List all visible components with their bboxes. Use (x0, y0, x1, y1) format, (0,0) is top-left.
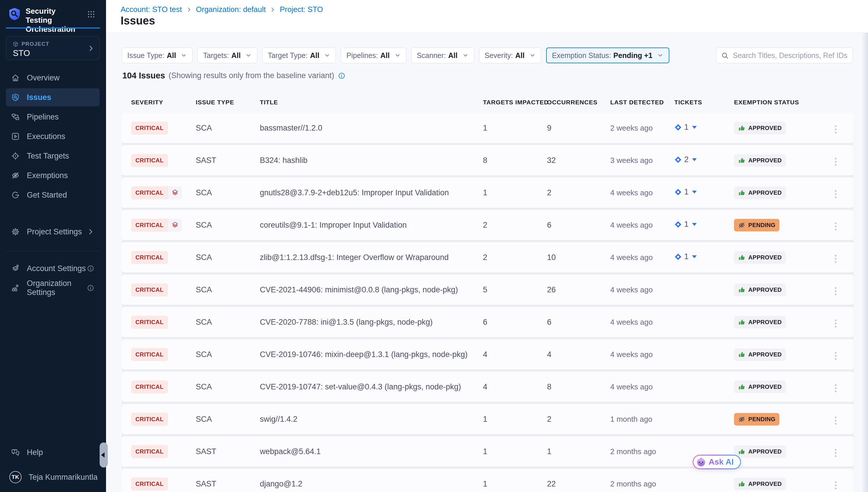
issue-row[interactable]: CRITICAL SCA CVE-2019-10747: set-value@0… (122, 372, 853, 402)
severity-badge: CRITICAL (131, 283, 168, 296)
sidebar-item-test-targets[interactable]: Test Targets (6, 147, 100, 165)
row-actions-cell (832, 347, 853, 362)
tickets-cell: 1 (674, 252, 734, 263)
row-menu-kebab[interactable] (832, 220, 839, 233)
issue-title[interactable]: zlib@1:1.2.13.dfsg-1: Integer Overflow o… (260, 253, 483, 262)
info-icon[interactable] (87, 265, 95, 272)
severity-badge: CRITICAL (131, 186, 182, 199)
targets-impacted-cell: 4 (483, 383, 547, 391)
issue-row[interactable]: CRITICAL SCA gnutls28@3.7.9-2+deb12u5: I… (122, 177, 853, 208)
issue-title[interactable]: coreutils@9.1-1: Improper Input Validati… (260, 221, 483, 230)
severity-cell: CRITICAL (131, 251, 196, 264)
ask-ai-button[interactable]: Ask AI (693, 455, 741, 469)
issue-row[interactable]: CRITICAL SCA zlib@1:1.2.13.dfsg-1: Integ… (122, 242, 853, 272)
targets-impacted-cell: 5 (483, 285, 547, 294)
severity-cell: CRITICAL (131, 380, 196, 393)
filter-issue-type-[interactable]: Issue Type: All (122, 48, 192, 63)
filter-pipelines-[interactable]: Pipelines: All (341, 48, 406, 63)
filter-severity-[interactable]: Severity: All (479, 48, 541, 63)
issue-title[interactable]: CVE-2019-10747: set-value@0.4.3 (lang-pk… (260, 383, 483, 391)
row-menu-kebab[interactable] (832, 123, 839, 136)
issue-title[interactable]: bassmaster//1.2.0 (260, 124, 483, 132)
ticket-caret-icon (692, 126, 697, 129)
row-menu-kebab[interactable] (832, 446, 839, 459)
filter-exemption-status-[interactable]: Exemption Status: Pending +1 (546, 48, 669, 63)
issue-row[interactable]: CRITICAL SAST B324: hashlib 8 32 3 weeks… (122, 145, 853, 175)
issue-row[interactable]: CRITICAL SCA CVE-2019-10746: mixin-deep@… (122, 339, 853, 370)
sidebar-item-get-started[interactable]: Get Started (6, 186, 100, 204)
issue-title[interactable]: B324: hashlib (260, 156, 483, 165)
sidebar-item-executions[interactable]: Executions (6, 127, 100, 145)
row-menu-kebab[interactable] (832, 155, 839, 168)
row-menu-kebab[interactable] (832, 285, 839, 298)
issues-count-note: (Showing results only from the baseline … (169, 71, 334, 80)
project-selector[interactable]: PROJECT STO (6, 36, 100, 60)
sidebar-item-exemptions[interactable]: Exemptions (6, 167, 100, 184)
column-header-exemption-status: EXEMPTION STATUS (734, 99, 832, 106)
chevron-down-icon (529, 52, 536, 58)
row-menu-kebab[interactable] (832, 414, 839, 427)
module-grid-icon[interactable] (87, 10, 96, 19)
row-menu-kebab[interactable] (832, 479, 839, 492)
filter-targets-[interactable]: Targets: All (198, 48, 257, 63)
ticket-link[interactable]: 1 (674, 252, 697, 261)
sidebar-item-project-settings[interactable]: Project Settings (6, 223, 100, 241)
ticket-link[interactable]: 2 (674, 155, 697, 164)
breadcrumb-account[interactable]: Account: STO test (121, 5, 182, 14)
user-menu[interactable]: TK Teja Kummarikuntla (6, 468, 100, 486)
ticket-link[interactable]: 1 (674, 188, 697, 196)
breadcrumb-organization[interactable]: Organization: default (196, 5, 266, 14)
issue-row[interactable]: CRITICAL SCA swig//1.4.2 1 2 1 month ago… (122, 404, 853, 434)
issue-title[interactable]: CVE-2019-10746: mixin-deep@1.3.1 (lang-p… (260, 350, 483, 359)
row-menu-kebab[interactable] (832, 382, 839, 395)
issue-row[interactable]: CRITICAL SAST django@1.2 1 22 2 months a… (122, 469, 853, 492)
filter-target-type-[interactable]: Target Type: All (262, 48, 336, 63)
issue-title[interactable]: CVE-2020-7788: ini@1.3.5 (lang-pkgs, nod… (260, 318, 483, 327)
sidebar-item-issues[interactable]: Issues (6, 88, 100, 106)
issue-type-cell: SCA (196, 318, 260, 327)
sidebar-item-help[interactable]: Help (6, 443, 100, 461)
issues-list: CRITICAL SCA bassmaster//1.2.0 1 9 2 wee… (122, 113, 853, 492)
filter-scanner-[interactable]: Scanner: All (411, 48, 474, 63)
filters-row: Issue Type: All Targets: All Target Type… (122, 48, 669, 63)
issue-title[interactable]: gnutls28@3.7.9-2+deb12u5: Improper Input… (260, 188, 483, 197)
row-menu-kebab[interactable] (832, 252, 839, 265)
avatar: TK (9, 471, 22, 483)
issue-title[interactable]: CVE-2021-44906: minimist@0.0.8 (lang-pkg… (260, 285, 483, 294)
issue-title[interactable]: swig//1.4.2 (260, 415, 483, 424)
exemption-status-badge: PENDING (734, 413, 780, 425)
exemption-status-cell: PENDING (734, 413, 832, 425)
row-menu-kebab[interactable] (832, 349, 839, 362)
severity-badge: CRITICAL (131, 219, 182, 232)
jira-ticket-icon (674, 253, 682, 261)
info-icon[interactable] (87, 284, 95, 292)
severity-cell: CRITICAL (131, 219, 196, 232)
issue-title[interactable]: webpack@5.64.1 (260, 447, 483, 456)
ticket-link[interactable]: 1 (674, 220, 697, 229)
targets-impacted-cell: 4 (483, 350, 547, 359)
collapse-arrow-icon (101, 452, 105, 458)
ticket-caret-icon (692, 223, 697, 226)
info-icon[interactable] (338, 72, 345, 79)
row-menu-kebab[interactable] (832, 317, 839, 330)
issue-type-cell: SCA (196, 285, 260, 294)
issue-row[interactable]: CRITICAL SCA bassmaster//1.2.0 1 9 2 wee… (122, 113, 853, 143)
sidebar-item-pipelines[interactable]: Pipelines (6, 108, 100, 126)
page-header: Account: STO test Organization: default … (106, 0, 868, 33)
issue-row[interactable]: CRITICAL SCA CVE-2021-44906: minimist@0.… (122, 275, 853, 305)
sidebar-item-overview[interactable]: Overview (6, 69, 100, 87)
exemption-status-cell: APPROVED (734, 381, 832, 393)
breadcrumb-project[interactable]: Project: STO (280, 5, 323, 14)
sto-shield-logo-icon (7, 7, 22, 21)
ticket-link[interactable]: 1 (674, 123, 697, 132)
severity-cell: CRITICAL (131, 283, 196, 296)
issue-row[interactable]: CRITICAL SCA CVE-2020-7788: ini@1.3.5 (l… (122, 307, 853, 337)
issue-row[interactable]: CRITICAL SAST webpack@5.64.1 1 1 2 month… (122, 436, 853, 467)
sidebar-collapse-handle[interactable] (100, 442, 108, 468)
row-menu-kebab[interactable] (832, 188, 839, 200)
sidebar-item-account-settings[interactable]: Account Settings (6, 260, 100, 277)
search-input[interactable] (732, 49, 852, 62)
sidebar-item-organization-settings[interactable]: Organization Settings (6, 279, 100, 297)
issue-row[interactable]: CRITICAL SCA coreutils@9.1-1: Improper I… (122, 210, 853, 240)
issue-title[interactable]: django@1.2 (260, 479, 483, 489)
